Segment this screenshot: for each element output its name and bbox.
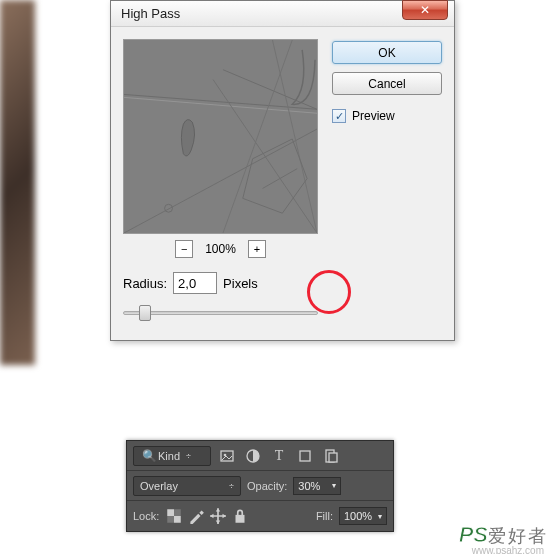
- chevron-down-icon: ÷: [186, 451, 191, 461]
- radius-slider[interactable]: [123, 304, 318, 322]
- slider-track: [123, 311, 318, 315]
- lock-transparent-icon[interactable]: [165, 507, 183, 525]
- adjust-filter-icon[interactable]: [243, 446, 263, 466]
- dialog-titlebar[interactable]: High Pass ✕: [111, 1, 454, 27]
- high-pass-dialog: High Pass ✕: [110, 0, 455, 341]
- zoom-out-button[interactable]: −: [175, 240, 193, 258]
- radius-label: Radius:: [123, 276, 167, 291]
- plus-icon: +: [254, 243, 260, 255]
- chevron-down-icon: ÷: [229, 481, 234, 491]
- chevron-down-icon: ▾: [332, 481, 336, 490]
- slider-thumb[interactable]: [139, 305, 151, 321]
- zoom-in-button[interactable]: +: [248, 240, 266, 258]
- close-icon: ✕: [420, 3, 430, 17]
- lock-all-icon[interactable]: [231, 507, 249, 525]
- dialog-title: High Pass: [121, 6, 180, 21]
- svg-rect-7: [329, 453, 337, 462]
- filter-row: 🔍 Kind ÷ T: [127, 441, 393, 471]
- kind-select[interactable]: 🔍 Kind ÷: [133, 446, 211, 466]
- svg-rect-10: [174, 509, 181, 516]
- watermark-url: www.psahz.com: [472, 545, 544, 554]
- chevron-down-icon: ▾: [378, 512, 382, 521]
- shape-filter-icon[interactable]: [295, 446, 315, 466]
- fill-label: Fill:: [316, 510, 333, 522]
- blend-row: Overlay ÷ Opacity: 30%▾: [127, 471, 393, 501]
- fill-input[interactable]: 100%▾: [339, 507, 387, 525]
- svg-rect-11: [168, 516, 175, 523]
- type-filter-icon[interactable]: T: [269, 446, 289, 466]
- preview-canvas[interactable]: [123, 39, 318, 234]
- svg-rect-9: [174, 516, 181, 523]
- svg-rect-8: [168, 509, 175, 516]
- svg-rect-5: [300, 451, 310, 461]
- radius-input[interactable]: [173, 272, 217, 294]
- radius-row: Radius: Pixels: [123, 272, 318, 294]
- lock-label: Lock:: [133, 510, 159, 522]
- lock-pixels-icon[interactable]: [187, 507, 205, 525]
- ok-button[interactable]: OK: [332, 41, 442, 64]
- minus-icon: −: [181, 243, 187, 255]
- checkbox-icon: ✓: [332, 109, 346, 123]
- background-photo-strip: [0, 0, 35, 365]
- close-button[interactable]: ✕: [402, 0, 448, 20]
- zoom-controls: − 100% +: [123, 240, 318, 258]
- opacity-label: Opacity:: [247, 480, 287, 492]
- cancel-button[interactable]: Cancel: [332, 72, 442, 95]
- lock-row: Lock: Fill: 100%▾: [127, 501, 393, 531]
- svg-rect-0: [124, 40, 317, 233]
- pixel-filter-icon[interactable]: [217, 446, 237, 466]
- search-icon: 🔍: [140, 447, 158, 465]
- layers-panel: 🔍 Kind ÷ T Overlay ÷ Opacity: 30%▾ Lock:…: [126, 440, 394, 532]
- zoom-level: 100%: [205, 242, 236, 256]
- lock-position-icon[interactable]: [209, 507, 227, 525]
- radius-unit: Pixels: [223, 276, 258, 291]
- smart-filter-icon[interactable]: [321, 446, 341, 466]
- opacity-input[interactable]: 30%▾: [293, 477, 341, 495]
- blend-mode-select[interactable]: Overlay ÷: [133, 476, 241, 496]
- preview-checkbox[interactable]: ✓ Preview: [332, 109, 442, 123]
- preview-label: Preview: [352, 109, 395, 123]
- svg-rect-12: [236, 515, 245, 523]
